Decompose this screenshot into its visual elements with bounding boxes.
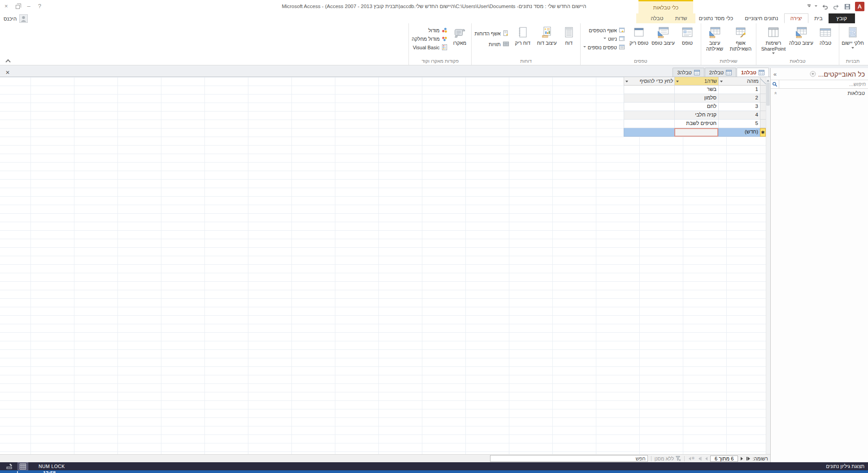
doc-tab-table2[interactable]: טבלה2 [705,68,736,77]
next-record-button[interactable] [704,457,708,460]
column-header-click-to-add[interactable]: לחץ כדי להוסיף [624,77,674,86]
cell-add[interactable] [624,86,674,94]
navigation-search-input[interactable] [779,80,868,88]
blank-form-button[interactable]: טופס ריק [627,24,651,46]
cell-id[interactable]: 1 [718,86,760,94]
pane-menu-icon[interactable] [810,71,816,77]
new-record-selector[interactable]: ✱ [760,128,766,137]
form-button[interactable]: טופס [675,24,699,46]
class-module-button[interactable]: מודול מחלקה [412,35,448,42]
cell-id-new[interactable]: (חדש) [718,128,760,137]
tab-create[interactable]: יצירה [784,13,808,23]
cell-id[interactable]: 4 [718,111,760,120]
record-position-input[interactable] [710,456,738,462]
record-selector[interactable] [760,103,766,111]
cell-add[interactable] [624,94,674,103]
scrollbar-thumb[interactable] [766,82,770,106]
tab-external-data[interactable]: נתונים חיצוניים [739,13,784,23]
table-icon [819,26,832,39]
customize-qat-button[interactable] [807,4,811,9]
first-record-button[interactable] [746,457,751,460]
record-selector[interactable] [760,120,766,128]
record-selector[interactable] [760,86,766,94]
column-header-id[interactable]: מזהה [718,77,760,86]
current-cell[interactable] [674,128,718,137]
application-parts-button[interactable]: חלקי יישום [841,24,865,50]
labels-button[interactable]: תוויות [474,41,509,47]
report-wizard-button[interactable]: אשף הדוחות [474,30,509,37]
new-record-button[interactable]: ✱ [688,456,696,460]
cell-field1[interactable]: בשר [674,86,718,94]
cell-field1[interactable]: קניה חלבי [674,111,718,120]
search-icon[interactable] [771,80,779,88]
no-filter-button[interactable]: ללא מסנן [655,456,681,461]
filter-arrow-icon[interactable] [625,81,628,84]
scroll-up-icon[interactable] [767,78,769,82]
restore-icon[interactable] [16,5,20,9]
tab-file[interactable]: קובץ [829,13,855,23]
doc-tab-table3[interactable]: טבלה3 [673,68,704,77]
cell-id[interactable]: 5 [718,120,760,128]
filter-arrow-icon[interactable] [720,81,723,84]
design-view-button[interactable] [4,463,14,470]
record-search-input[interactable] [490,455,648,462]
column-header-field1[interactable]: שדה1 [674,77,718,86]
help-button[interactable]: ? [38,3,41,9]
doc-tab-table1[interactable]: טבלה1 [737,68,769,77]
query-design-button[interactable]: עיצוב שאילתה [703,24,727,52]
collapse-ribbon-icon[interactable] [6,59,10,63]
macro-button[interactable]: מאקרו [449,24,470,46]
cell-add[interactable] [624,128,674,137]
select-all-corner[interactable] [760,77,766,86]
group-label-queries: שאילתות [703,57,755,65]
vertical-scrollbar[interactable] [766,77,770,454]
minimize-button[interactable]: – [27,3,30,9]
form-design-button[interactable]: עיצוב טופס [651,24,675,46]
record-selector[interactable] [760,111,766,120]
record-selector[interactable] [760,94,766,103]
cell-id[interactable]: 3 [718,103,760,111]
taskbar-edge[interactable]: 12:58 [0,470,868,473]
query-design-icon [708,26,721,39]
navigation-forms-button[interactable]: ניווט [583,35,625,42]
visual-basic-button[interactable]: Visual Basic [412,44,448,51]
cell-id[interactable]: 2 [718,94,760,103]
sign-in[interactable]: היכנס [4,14,28,23]
sharepoint-lists-button[interactable]: רשימות SharePoint [758,24,789,56]
report-design-button[interactable]: עיצוב דוח [535,24,559,46]
report-button[interactable]: דוח [559,24,579,46]
table-button[interactable]: טבלה [813,24,838,46]
cell-add[interactable] [624,103,674,111]
more-forms-button[interactable]: טפסים נוספים [583,44,625,51]
undo-dropdown-icon[interactable] [815,5,817,8]
cell-field1[interactable]: חטיפים לשבת [674,120,718,128]
navigation-pane-header[interactable]: כל האובייקטים... » [771,68,868,80]
undo-button[interactable] [821,3,829,10]
datasheet-view-button[interactable] [18,463,28,470]
shutter-bar-icon[interactable]: » [773,71,777,77]
record-navigator: רשומה: ✱ ללא מסנן [0,454,770,462]
form-wizard-button[interactable]: אשף הטפסים [583,27,625,34]
cell-field1[interactable]: סלמון [674,94,718,103]
module-button[interactable]: מודול [412,27,448,34]
table-design-button[interactable]: עיצוב טבלה [789,24,813,46]
blank-report-button[interactable]: דוח ריק [511,24,535,46]
tab-database-tools[interactable]: כלי מסד נתונים [693,13,739,23]
group-label-tables: טבלאות [758,57,838,65]
cell-add[interactable] [624,111,674,120]
tab-table[interactable]: טבלה [645,13,669,23]
close-button[interactable]: × [4,3,8,9]
cell-add[interactable] [624,120,674,128]
cell-field1[interactable]: לחם [674,103,718,111]
section-collapse-icon[interactable]: « [773,92,778,95]
tab-fields[interactable]: שדות [669,13,693,23]
query-wizard-button[interactable]: אשף השאילתות [727,24,755,52]
tab-home[interactable]: בית [808,13,828,23]
nav-section-tables[interactable]: טבלאות « [771,89,868,98]
close-document-icon[interactable]: ✕ [5,69,10,76]
last-record-button[interactable] [698,457,703,460]
redo-button[interactable] [833,3,840,10]
filter-arrow-icon[interactable] [676,81,679,84]
save-button[interactable] [844,3,851,10]
previous-record-button[interactable] [740,457,744,460]
